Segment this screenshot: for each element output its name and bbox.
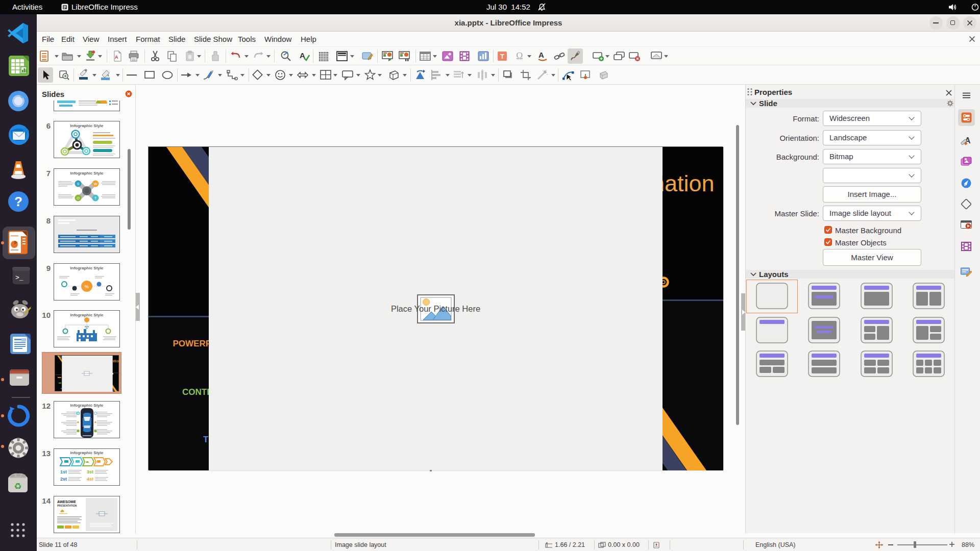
svg-text:PRESENTATION: PRESENTATION	[57, 504, 77, 507]
svg-text:T: T	[94, 196, 97, 200]
svg-text:AWESOME: AWESOME	[57, 500, 76, 504]
svg-text:A: A	[538, 51, 544, 59]
svg-text:1st: 1st	[60, 469, 67, 474]
svg-text:Infographic Style: Infographic Style	[70, 266, 104, 270]
svg-text:O: O	[77, 196, 80, 200]
svg-text:ation: ation	[112, 359, 119, 363]
svg-text:W: W	[94, 182, 97, 186]
svg-text:?: ?	[14, 194, 22, 209]
svg-text:A: A	[115, 55, 118, 60]
svg-text:Infographic Style: Infographic Style	[70, 123, 104, 128]
svg-text:Infographic Style: Infographic Style	[70, 313, 104, 317]
svg-text:Ω: Ω	[516, 51, 523, 61]
svg-text:Infographic Style: Infographic Style	[70, 171, 104, 176]
svg-text:>_: >_	[15, 274, 23, 282]
svg-text:2st: 2st	[60, 477, 67, 482]
svg-text:3st: 3st	[87, 469, 93, 474]
svg-text:Infographic Style: Infographic Style	[70, 450, 104, 455]
svg-text:%: %	[85, 284, 89, 289]
svg-text:Infographic Style: Infographic Style	[70, 403, 104, 408]
svg-text:S: S	[77, 182, 80, 186]
svg-text:♻: ♻	[14, 482, 21, 491]
svg-text:T: T	[500, 53, 504, 60]
svg-text:4st: 4st	[87, 477, 93, 482]
